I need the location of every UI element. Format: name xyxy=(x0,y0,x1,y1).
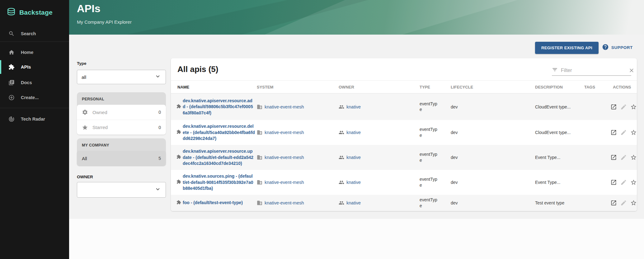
extension-icon xyxy=(176,104,181,108)
home-icon xyxy=(8,49,15,55)
help-icon xyxy=(602,44,609,50)
filter-item-all[interactable]: All5 xyxy=(77,151,166,166)
system-link[interactable]: knative-event-mesh xyxy=(265,200,304,205)
api-name-link[interactable]: dev.knative.apiserver.resource.add - (de… xyxy=(183,98,255,116)
system-link[interactable]: knative-event-mesh xyxy=(265,155,304,160)
view-api-button[interactable] xyxy=(610,200,617,206)
sidebar-item-docs[interactable]: Docs xyxy=(0,76,69,89)
people-icon xyxy=(339,104,344,110)
type-cell: eventType xyxy=(420,176,439,188)
edit-api-button[interactable] xyxy=(620,179,627,186)
column-header-type[interactable]: TYPE xyxy=(420,85,430,89)
star-api-button[interactable] xyxy=(630,200,637,206)
business-icon xyxy=(257,155,262,160)
api-name-link[interactable]: dev.knative.apiserver.resource.update - … xyxy=(183,148,255,167)
filter-item-owned[interactable]: Owned0 xyxy=(77,105,166,120)
clear-filter-button[interactable] xyxy=(628,67,635,74)
lifecycle-cell: dev xyxy=(451,130,497,136)
sidebar-item-techradar[interactable]: Tech Radar xyxy=(0,112,69,126)
type-cell: eventType xyxy=(420,101,439,113)
column-header-tags[interactable]: TAGS xyxy=(584,85,595,89)
sidebar-item-label: APIs xyxy=(21,65,31,70)
view-api-button[interactable] xyxy=(610,103,617,110)
view-api-button[interactable] xyxy=(610,154,617,161)
filter-item-label: Starred xyxy=(92,125,154,130)
sidebar-item-search[interactable]: Search xyxy=(0,27,69,41)
owner-link[interactable]: knative xyxy=(346,155,361,160)
api-name-link[interactable]: foo - (default/test-event-type) xyxy=(183,200,255,206)
lifecycle-cell: dev xyxy=(451,104,497,110)
launch-icon xyxy=(610,179,617,186)
description-cell: Test event type xyxy=(535,200,582,206)
owner-filter-select[interactable] xyxy=(77,182,166,198)
page-header: APIs My Company API Explorer xyxy=(69,0,644,35)
owner-link[interactable]: knative xyxy=(346,180,361,185)
filter-item-count: 0 xyxy=(158,110,161,115)
column-header-actions[interactable]: ACTIONS xyxy=(613,85,631,89)
filter-group-personal: PERSONALOwned0Starred0 xyxy=(77,92,166,135)
edit-api-button[interactable] xyxy=(620,103,627,110)
api-name-link[interactable]: dev.knative.apiserver.resource.delete - … xyxy=(183,123,255,142)
filter-item-label: All xyxy=(82,156,154,161)
filter-item-count: 5 xyxy=(158,156,161,161)
star-api-button[interactable] xyxy=(630,154,637,161)
support-button[interactable]: SUPPORT xyxy=(602,44,633,51)
star-icon xyxy=(82,124,88,131)
table-row: dev.knative.sources.ping - (default/et-d… xyxy=(171,170,637,195)
owner-filter-label: OWNER xyxy=(77,175,93,179)
chevron-down-icon xyxy=(154,73,161,81)
row-actions xyxy=(610,103,637,110)
api-name-link[interactable]: dev.knative.sources.ping - (default/et-d… xyxy=(183,173,255,192)
filter-group-my-company: MY COMPANYAll5 xyxy=(77,138,166,166)
row-actions xyxy=(610,179,637,186)
docs-icon xyxy=(8,79,15,86)
lifecycle-cell: dev xyxy=(451,180,497,185)
help-icon xyxy=(602,44,609,51)
type-filter-value: all xyxy=(82,74,154,80)
sidebar-item-label: Tech Radar xyxy=(21,117,45,122)
launch-icon xyxy=(610,103,617,110)
column-header-system[interactable]: SYSTEM xyxy=(257,85,273,89)
star-api-button[interactable] xyxy=(630,179,637,186)
column-header-name[interactable]: NAME xyxy=(177,85,189,89)
sidebar-item-home[interactable]: Home xyxy=(0,46,69,59)
row-actions xyxy=(610,129,637,136)
table-row: dev.knative.apiserver.resource.add - (de… xyxy=(171,94,637,120)
search-icon xyxy=(8,31,15,37)
description-cell: Event Type... xyxy=(535,155,582,161)
column-header-lifecycle[interactable]: LIFECYCLE xyxy=(451,85,473,89)
system-link[interactable]: knative-event-mesh xyxy=(265,180,304,185)
star-api-button[interactable] xyxy=(630,129,637,136)
column-header-description[interactable]: DESCRIPTION xyxy=(535,85,563,89)
system-link[interactable]: knative-event-mesh xyxy=(265,104,304,109)
sidebar-item-create[interactable]: Create... xyxy=(0,91,69,104)
view-api-button[interactable] xyxy=(610,179,617,186)
system-link[interactable]: knative-event-mesh xyxy=(265,130,304,135)
page-subtitle: My Company API Explorer xyxy=(77,19,132,25)
sidebar-item-apis[interactable]: APIs xyxy=(0,60,69,74)
type-cell: eventType xyxy=(420,197,439,209)
backstage-logo[interactable]: Backstage xyxy=(6,7,53,18)
register-existing-api-button[interactable]: REGISTER EXISTING API xyxy=(535,42,599,54)
view-api-button[interactable] xyxy=(610,129,617,136)
owner-link[interactable]: knative xyxy=(346,104,361,109)
table-filter-input[interactable] xyxy=(561,68,625,73)
owner-link[interactable]: knative xyxy=(346,130,361,135)
launch-icon xyxy=(610,200,617,206)
settings-icon xyxy=(82,109,88,115)
chevron-down-icon xyxy=(154,186,161,193)
row-actions xyxy=(610,200,637,206)
edit-api-button[interactable] xyxy=(620,200,627,206)
sidebar: Backstage SearchHomeAPIsDocsCreate...Tec… xyxy=(0,0,69,259)
owner-link[interactable]: knative xyxy=(346,200,361,205)
page-background xyxy=(69,219,644,259)
lifecycle-cell: dev xyxy=(451,155,497,161)
sidebar-item-label: Home xyxy=(21,50,33,55)
app-window: Backstage SearchHomeAPIsDocsCreate...Tec… xyxy=(0,0,644,259)
type-filter-select[interactable]: all xyxy=(77,70,166,84)
edit-api-button[interactable] xyxy=(620,154,627,161)
star-api-button[interactable] xyxy=(630,103,637,110)
edit-api-button[interactable] xyxy=(620,129,627,136)
column-header-owner[interactable]: OWNER xyxy=(339,85,354,89)
filter-item-starred[interactable]: Starred0 xyxy=(77,120,166,135)
